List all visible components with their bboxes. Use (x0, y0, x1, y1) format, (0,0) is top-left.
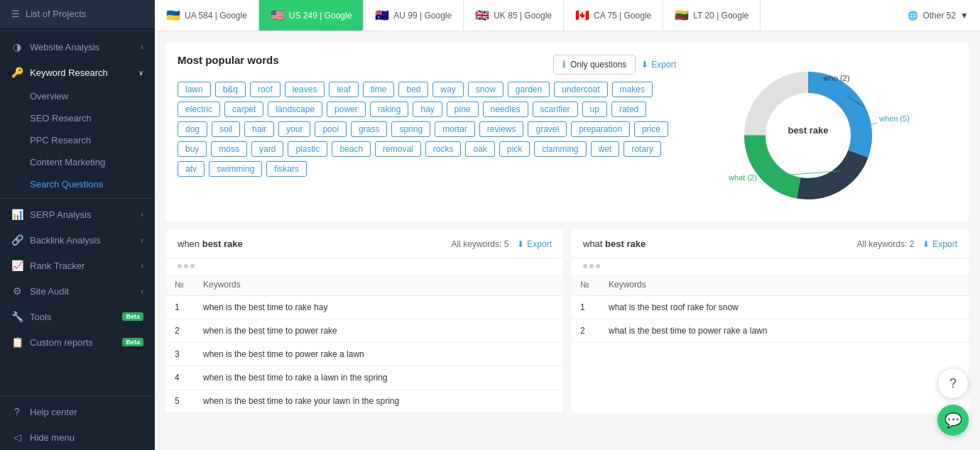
sidebar-item-search-questions[interactable]: Search Questions (0, 173, 155, 195)
word-tag[interactable]: undercoat (554, 82, 607, 97)
tab-au[interactable]: 🇦🇺 AU 99 | Google (364, 0, 464, 31)
word-tag[interactable]: up (582, 101, 607, 117)
word-tag[interactable]: wet (591, 141, 620, 157)
word-tag[interactable]: mortar (435, 121, 475, 137)
what-dots-menu[interactable] (572, 258, 969, 274)
word-tag[interactable]: electric (178, 101, 220, 117)
when-dots-menu[interactable] (166, 258, 563, 274)
word-tag[interactable]: way (432, 82, 463, 97)
word-tag[interactable]: time (363, 82, 395, 97)
word-tag[interactable]: power (327, 101, 366, 117)
word-tag[interactable]: clamming (534, 141, 586, 157)
site-audit-icon: ⚙ (11, 285, 23, 297)
export-popular-button[interactable]: ⬇ Export (641, 60, 676, 70)
word-tag[interactable]: fiskars (266, 161, 307, 177)
sidebar-item-site-audit[interactable]: ⚙ Site Audit ‹ (0, 278, 155, 304)
word-tag[interactable]: soil (212, 121, 240, 137)
word-tag[interactable]: hair (244, 121, 274, 137)
list-of-projects[interactable]: ☰ List of Projects (0, 0, 155, 28)
word-tag[interactable]: atv (178, 161, 205, 177)
dot6 (596, 264, 600, 268)
when-export-button[interactable]: ⬇ Export (517, 239, 552, 249)
sidebar-item-rank-tracker[interactable]: 📈 Rank Tracker ‹ (0, 253, 155, 278)
word-tag[interactable]: raking (370, 101, 409, 117)
word-tag[interactable]: rated (611, 101, 646, 117)
help-float-button[interactable]: ? (937, 368, 969, 399)
word-tag[interactable]: leaves (285, 82, 325, 97)
word-tag[interactable]: spring (391, 121, 430, 137)
word-tag[interactable]: pick (499, 141, 530, 157)
word-tag[interactable]: swimming (209, 161, 262, 177)
sidebar-item-tools[interactable]: 🔧 Tools Beta (0, 304, 155, 329)
tab-ca[interactable]: 🇨🇦 CA 75 | Google (564, 0, 663, 31)
word-tag[interactable]: roof (250, 82, 281, 97)
word-tag[interactable]: leaf (329, 82, 358, 97)
keyword-research-label: Keyword Research (30, 67, 108, 78)
more-label: Other 52 (922, 11, 956, 21)
word-tag[interactable]: rotary (624, 141, 661, 157)
word-tag[interactable]: yard (251, 141, 283, 157)
word-tag[interactable]: grass (351, 121, 387, 137)
word-tag[interactable]: plastic (288, 141, 327, 157)
content-marketing-label: Content Marketing (30, 157, 105, 168)
word-tag[interactable]: needles (483, 101, 528, 117)
word-tag[interactable]: bed (398, 82, 428, 97)
word-tag[interactable]: landscape (268, 101, 322, 117)
tab-uk-label: UK 85 | Google (494, 11, 552, 21)
svg-text:what (2): what (2) (728, 173, 757, 182)
table-row: 2what is the best time to power rake a l… (572, 319, 969, 343)
word-tag[interactable]: b&q (215, 82, 246, 97)
popular-words-left: Most popular words ℹ Only questions ⬇ Ex… (178, 54, 676, 210)
sidebar-item-website-analysis[interactable]: ◑ Website Analysis ‹ (0, 34, 155, 60)
word-tag[interactable]: rocks (425, 141, 462, 157)
words-grid: lawnb&qroofleavesleaftimebedwaysnowgarde… (178, 82, 676, 177)
tab-ca-label: CA 75 | Google (594, 11, 651, 21)
sidebar-item-help-center[interactable]: ? Help center (0, 399, 155, 424)
word-tag[interactable]: hay (413, 101, 442, 117)
word-tag[interactable]: dog (178, 121, 207, 137)
sidebar-item-content-marketing[interactable]: Content Marketing (0, 151, 155, 173)
word-tag[interactable]: snow (468, 82, 503, 97)
sidebar-item-seo-research[interactable]: SEO Research (0, 107, 155, 129)
word-tag[interactable]: oak (465, 141, 494, 157)
word-tag[interactable]: reviews (479, 121, 524, 137)
sidebar-item-ppc-research[interactable]: PPC Research (0, 129, 155, 151)
word-tag[interactable]: garden (508, 82, 550, 97)
word-tag[interactable]: lawn (178, 82, 211, 97)
sidebar-item-overview[interactable]: Overview (0, 85, 155, 107)
chat-float-button[interactable]: 💬 (937, 405, 969, 436)
tab-lt[interactable]: 🇱🇹 LT 20 | Google (663, 0, 761, 31)
word-tag[interactable]: makes (612, 82, 653, 97)
sidebar-item-hide-menu[interactable]: ◁ Hide menu (0, 424, 155, 450)
word-tag[interactable]: preparation (571, 121, 630, 137)
row-keyword: when is the best time to rake a lawn in … (195, 366, 563, 390)
word-tag[interactable]: pine (447, 101, 479, 117)
tab-more[interactable]: 🌐 Other 52 ▼ (896, 0, 980, 31)
sidebar-item-serp-analysis[interactable]: 📊 SERP Analysis ‹ (0, 202, 155, 227)
when-table-section: when best rake All keywords: 5 ⬇ Export (166, 230, 563, 413)
word-tag[interactable]: pool (315, 121, 347, 137)
sidebar-item-custom-reports[interactable]: 📋 Custom reports Beta (0, 329, 155, 355)
only-questions-button[interactable]: ℹ Only questions (553, 55, 636, 75)
dot5 (589, 264, 594, 268)
word-tag[interactable]: carpet (224, 101, 263, 117)
tab-ua[interactable]: 🇺🇦 UA 584 | Google (155, 0, 259, 31)
svg-text:who (2): who (2) (823, 74, 850, 82)
word-tag[interactable]: price (634, 121, 668, 137)
word-tag[interactable]: gravel (528, 121, 567, 137)
sidebar-item-keyword-research[interactable]: 🔑 Keyword Research ∨ (0, 60, 155, 85)
tab-uk[interactable]: 🇬🇧 UK 85 | Google (464, 0, 564, 31)
what-col-keywords: Keywords (600, 274, 969, 296)
word-tag[interactable]: your (278, 121, 310, 137)
popular-words-section: Most popular words ℹ Only questions ⬇ Ex… (166, 43, 969, 221)
backlink-analysis-chevron: ‹ (141, 236, 143, 244)
sidebar-item-backlink-analysis[interactable]: 🔗 Backlink Analysis ‹ (0, 227, 155, 253)
what-export-button[interactable]: ⬇ Export (922, 239, 957, 249)
word-tag[interactable]: beach (332, 141, 371, 157)
word-tag[interactable]: removal (375, 141, 421, 157)
word-tag[interactable]: moss (211, 141, 247, 157)
tab-us[interactable]: 🇺🇸 US 249 | Google (259, 0, 364, 31)
word-tag[interactable]: buy (178, 141, 207, 157)
row-num: 4 (166, 366, 195, 390)
word-tag[interactable]: scarifier (533, 101, 578, 117)
